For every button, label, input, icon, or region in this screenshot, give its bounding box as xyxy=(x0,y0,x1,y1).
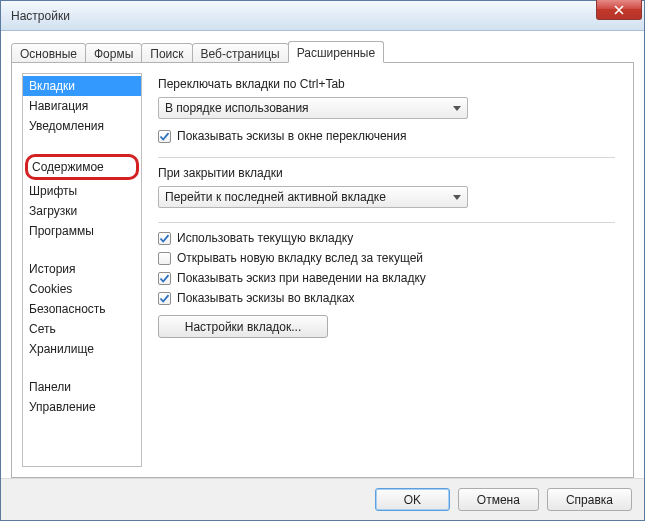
switch-tabs-label: Переключать вкладки по Ctrl+Tab xyxy=(158,77,615,91)
tab-webpages[interactable]: Веб-страницы xyxy=(192,43,289,63)
tab-settings-button[interactable]: Настройки вкладок... xyxy=(158,315,328,338)
close-button[interactable] xyxy=(596,0,642,20)
show-thumbs-label: Показывать эскизы в окне переключения xyxy=(177,129,406,143)
tab-basics[interactable]: Основные xyxy=(11,43,86,63)
help-button[interactable]: Справка xyxy=(547,488,632,511)
sidebar-item-downloads[interactable]: Загрузки xyxy=(23,201,141,221)
chevron-down-icon xyxy=(453,190,461,204)
content-area: Основные Формы Поиск Веб-страницы Расшир… xyxy=(1,31,644,478)
switch-order-select[interactable]: В порядке использования xyxy=(158,97,468,119)
titlebar: Настройки xyxy=(1,1,644,31)
sidebar-item-management[interactable]: Управление xyxy=(23,397,141,417)
settings-window: Настройки Основные Формы Поиск Веб-стран… xyxy=(0,0,645,521)
ok-button[interactable]: OK xyxy=(375,488,450,511)
chevron-down-icon xyxy=(453,101,461,115)
window-title: Настройки xyxy=(11,9,70,23)
sidebar-item-history[interactable]: История xyxy=(23,259,141,279)
advanced-panel: Вкладки Навигация Уведомления Содержимое… xyxy=(11,62,634,478)
select-value: Перейти к последней активной вкладке xyxy=(165,190,386,204)
open-after-label: Открывать новую вкладку вслед за текущей xyxy=(177,251,423,265)
cancel-button[interactable]: Отмена xyxy=(458,488,539,511)
use-current-label: Использовать текущую вкладку xyxy=(177,231,353,245)
sidebar: Вкладки Навигация Уведомления Содержимое… xyxy=(22,73,142,467)
tab-thumbs-label: Показывать эскизы во вкладках xyxy=(177,291,355,305)
sidebar-item-fonts[interactable]: Шрифты xyxy=(23,181,141,201)
divider xyxy=(158,222,615,223)
dialog-buttons: OK Отмена Справка xyxy=(1,478,644,520)
close-tab-label: При закрытии вкладки xyxy=(158,166,615,180)
show-thumbs-checkbox[interactable] xyxy=(158,130,171,143)
tab-advanced[interactable]: Расширенные xyxy=(288,41,385,63)
close-action-select[interactable]: Перейти к последней активной вкладке xyxy=(158,186,468,208)
sidebar-item-panels[interactable]: Панели xyxy=(23,377,141,397)
sidebar-item-content[interactable]: Содержимое xyxy=(25,154,139,180)
select-value: В порядке использования xyxy=(165,101,309,115)
sidebar-item-programs[interactable]: Программы xyxy=(23,221,141,241)
sidebar-item-notifications[interactable]: Уведомления xyxy=(23,116,141,136)
sidebar-item-navigation[interactable]: Навигация xyxy=(23,96,141,116)
sidebar-item-tabs[interactable]: Вкладки xyxy=(23,76,141,96)
hover-thumb-checkbox[interactable] xyxy=(158,272,171,285)
close-icon xyxy=(614,5,624,15)
sidebar-item-cookies[interactable]: Cookies xyxy=(23,279,141,299)
sidebar-item-security[interactable]: Безопасность xyxy=(23,299,141,319)
sidebar-item-network[interactable]: Сеть xyxy=(23,319,141,339)
open-after-checkbox[interactable] xyxy=(158,252,171,265)
hover-thumb-label: Показывать эскиз при наведении на вкладк… xyxy=(177,271,426,285)
tab-forms[interactable]: Формы xyxy=(85,43,142,63)
tab-thumbs-checkbox[interactable] xyxy=(158,292,171,305)
use-current-checkbox[interactable] xyxy=(158,232,171,245)
divider xyxy=(158,157,615,158)
sidebar-item-storage[interactable]: Хранилище xyxy=(23,339,141,359)
tabstrip: Основные Формы Поиск Веб-страницы Расшир… xyxy=(11,41,634,63)
main-settings: Переключать вкладки по Ctrl+Tab В порядк… xyxy=(142,73,623,467)
tab-search[interactable]: Поиск xyxy=(141,43,192,63)
